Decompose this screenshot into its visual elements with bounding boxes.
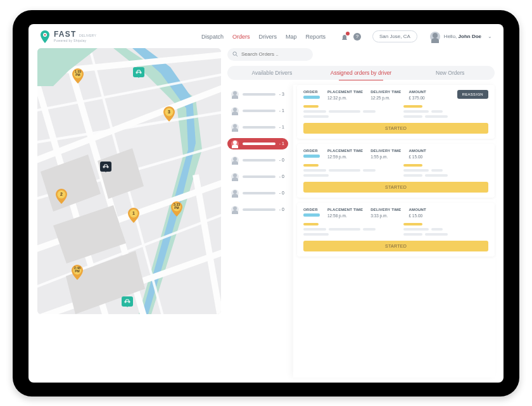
tab-available-drivers[interactable]: Available Drivers [227,66,317,80]
map-marker-333[interactable]: 3:33 PM [171,201,182,219]
tablet-frame: FAST DELIVERY Powered by Shipday Dispatc… [13,10,519,396]
nav-reports[interactable]: Reports [305,34,326,40]
map-marker-car-black[interactable] [100,162,111,172]
chevron-down-icon: ⌄ [488,34,492,39]
car-icon [100,162,111,172]
nav-map[interactable]: Map [286,34,297,40]
driver-row-4[interactable]: - 0 [227,155,288,166]
driver-avatar-icon [231,156,239,164]
driver-name-skeleton [243,143,276,145]
order-id-skeleton [303,155,320,158]
map-marker-1[interactable]: 1:55 PM [72,68,84,86]
logo-text: FAST DELIVERY Powered by Shipday [54,30,96,42]
driver-avatar-icon [231,91,239,98]
map-marker-248[interactable]: 2:48 PM [72,265,83,282]
pin-icon [128,208,139,223]
driver-row-5[interactable]: - 0 [227,171,288,182]
user-menu[interactable]: Hello, John Doe ⌄ [430,32,492,42]
top-bar: FAST DELIVERY Powered by Shipday Dispatc… [28,24,504,48]
map-marker-car-green-1[interactable] [133,67,144,77]
order-tabs: Available Drivers Assigned orders by dri… [227,66,495,80]
driver-name-skeleton [243,110,276,112]
order-card-2[interactable]: ORDER PLACEMENT TIME12:58 p.m. DELIVERY … [297,203,495,257]
driver-name-skeleton [243,192,276,194]
driver-avatar-icon [231,107,239,115]
driver-avatar-icon [231,206,239,213]
logo-brand-second: DELIVERY [79,34,96,37]
driver-row-3[interactable]: - 1 [227,138,288,149]
app-screen: FAST DELIVERY Powered by Shipday Dispatc… [28,24,504,383]
order-id-skeleton [303,96,320,99]
tab-assigned-orders[interactable]: Assigned orders by driver [317,66,406,80]
map-svg [37,48,221,314]
notifications-icon[interactable] [341,33,348,41]
driver-orders-area: - 3 - 1 - 1 - 1 - 0 - 0 - 0 - 0 ORDER [227,85,495,377]
nav-dispatch[interactable]: Dispatch [201,34,224,40]
user-greeting: Hello, John Doe [444,34,481,39]
help-icon[interactable]: ? [353,33,361,41]
search-orders[interactable] [227,48,313,61]
driver-row-2[interactable]: - 1 [227,122,288,133]
car-icon [122,296,133,307]
driver-list: - 3 - 1 - 1 - 1 - 0 - 0 - 0 - 0 [227,85,288,377]
driver-avatar-icon [231,173,239,181]
logo-pin-icon [40,30,50,43]
driver-name-skeleton [243,93,276,96]
nav-drivers[interactable]: Drivers [258,34,277,40]
orders-column: ORDER PLACEMENT TIME12:32 p.m. DELIVERY … [293,85,495,377]
started-button[interactable]: STARTED [303,123,488,134]
started-button[interactable]: STARTED [303,241,488,251]
top-icons: ? [341,33,361,41]
main-nav: Dispatch Orders Drivers Map Reports [201,34,326,40]
svg-line-14 [236,55,238,56]
logo-brand-first: FAST [54,30,76,39]
map-marker-3[interactable]: 3 [163,106,175,124]
driver-name-skeleton [243,159,276,162]
driver-name-skeleton [243,126,276,129]
svg-point-13 [233,52,236,55]
order-card-0[interactable]: ORDER PLACEMENT TIME12:32 p.m. DELIVERY … [297,85,495,139]
search-icon [232,51,238,57]
content-area: 1:55 PM 3 2 1 3:33 PM [28,48,504,377]
map-panel[interactable]: 1:55 PM 3 2 1 3:33 PM [37,48,221,314]
logo[interactable]: FAST DELIVERY Powered by Shipday [40,30,96,43]
nav-orders[interactable]: Orders [232,34,250,40]
driver-row-1[interactable]: - 1 [227,105,288,117]
location-selector[interactable]: San Jose, CA [372,30,417,42]
driver-row-0[interactable]: - 3 [227,89,288,100]
user-avatar-icon [430,32,440,42]
tab-new-orders[interactable]: New Orders [405,66,495,80]
driver-avatar-icon [231,124,239,131]
reassign-button[interactable]: REASSIGN [457,90,488,99]
car-icon [133,67,144,77]
search-input[interactable] [241,51,308,57]
driver-row-6[interactable]: - 0 [227,187,288,199]
driver-row-7[interactable]: - 0 [227,204,288,215]
pin-icon [56,189,67,204]
logo-tagline: Powered by Shipday [54,39,96,42]
svg-point-1 [44,34,46,35]
map-marker-2[interactable]: 2 [56,189,67,206]
pin-icon [163,106,175,122]
started-button[interactable]: STARTED [303,182,488,193]
driver-avatar-icon [231,140,239,148]
driver-avatar-icon [231,189,239,197]
driver-name-skeleton [243,175,276,178]
right-column: Available Drivers Assigned orders by dri… [227,48,495,377]
order-id-skeleton [303,213,320,217]
map-marker-1b[interactable]: 1 [128,208,139,225]
driver-name-skeleton [243,208,276,211]
notification-dot [346,32,350,35]
order-card-1[interactable]: ORDER PLACEMENT TIME12:59 p.m. DELIVERY … [297,144,495,198]
map-marker-car-green-2[interactable] [122,296,133,307]
